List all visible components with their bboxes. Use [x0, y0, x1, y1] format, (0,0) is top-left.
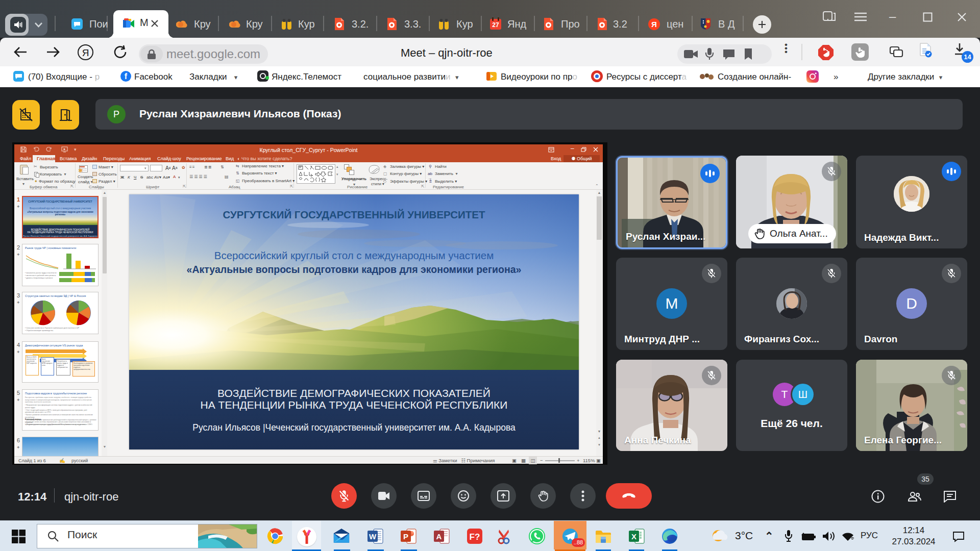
svg-text:W: W: [369, 532, 377, 541]
svg-text:X: X: [631, 532, 636, 541]
svg-text:P: P: [403, 532, 408, 541]
svg-text:27: 27: [492, 21, 499, 29]
svg-text:A: A: [436, 532, 442, 541]
svg-text:F?: F?: [470, 532, 480, 542]
